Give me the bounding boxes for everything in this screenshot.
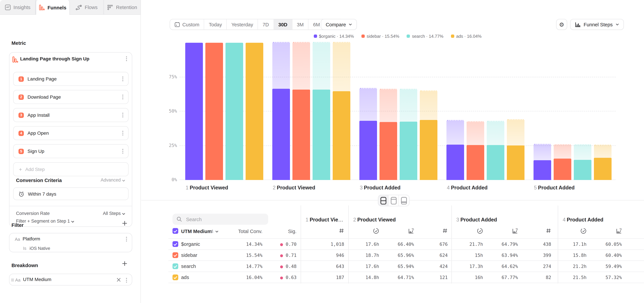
bar-group-5: 5Product Added: [534, 43, 612, 180]
tab-flows[interactable]: Flows: [70, 0, 104, 14]
funnel-kebab-icon[interactable]: [124, 56, 128, 62]
table-view-toggle[interactable]: [399, 195, 409, 206]
settings-button[interactable]: ⚙: [556, 19, 567, 30]
range-label: 6M: [313, 22, 320, 27]
bar-ads-step1[interactable]: [246, 43, 263, 180]
all-steps-dropdown[interactable]: All Steps: [103, 211, 125, 216]
range-label: 30D: [278, 22, 288, 27]
compare-button[interactable]: Compare: [321, 19, 357, 30]
bar-ads-step5[interactable]: [594, 144, 612, 180]
legend-item-sidebar[interactable]: sidebar · 15.54%: [362, 34, 399, 38]
chart-view-toggle[interactable]: [388, 195, 399, 206]
funnel-step-5[interactable]: 5Sign Up: [13, 144, 128, 158]
legend-label: $organic · 14.34%: [319, 34, 354, 38]
bar-search-step4[interactable]: [487, 121, 504, 180]
chevron-down-icon[interactable]: [215, 230, 218, 232]
tab-retention[interactable]: Retention: [104, 0, 140, 14]
row-checkbox-search[interactable]: [172, 264, 178, 269]
filter-value[interactable]: iOS Native: [30, 246, 50, 251]
funnel-steps-dropdown[interactable]: Funnel Steps: [570, 19, 624, 30]
bar-organic-step4[interactable]: [446, 120, 464, 180]
bar-search-step1[interactable]: [226, 43, 243, 180]
legend-swatch: [407, 34, 410, 38]
chevron-down-icon: [122, 179, 125, 181]
x-axis-label: 1Product Viewed: [186, 185, 228, 190]
step-kebab-icon[interactable]: [121, 148, 125, 154]
tab-insights[interactable]: Insights: [0, 0, 36, 14]
step-kebab-icon[interactable]: [121, 112, 125, 118]
retention-icon: [107, 4, 113, 10]
filter-segment-dropdown[interactable]: Filter + Segment on Step 1: [16, 218, 74, 224]
funnel-step-2[interactable]: 2Download Page: [13, 90, 128, 104]
row-checkbox-sidebar[interactable]: [172, 252, 178, 258]
bar-organic-step3[interactable]: [360, 88, 377, 180]
row-checkbox-ads[interactable]: [172, 274, 178, 280]
plus-icon: +: [19, 166, 22, 172]
conv-icon: %: [616, 228, 622, 234]
funnel-step-1[interactable]: 1Landing Page: [13, 72, 128, 86]
bar-sidebar-step2[interactable]: [292, 42, 310, 180]
split-view-toggle[interactable]: [378, 195, 388, 206]
add-step-button[interactable]: + Add Step: [13, 162, 128, 176]
metric-value: 121: [440, 275, 448, 280]
metric-value: 18.7h: [366, 253, 379, 258]
bar-organic-step5[interactable]: [534, 144, 551, 180]
tab-bar: InsightsFunnelsFlowsRetention: [0, 0, 141, 15]
tab-funnels[interactable]: Funnels: [36, 0, 70, 15]
bar-organic-step1[interactable]: [185, 43, 203, 180]
row-divider: [168, 282, 644, 283]
metric-value: 82: [546, 275, 551, 280]
metric-value: 624: [440, 253, 448, 258]
bar-sidebar-step1[interactable]: [206, 43, 223, 180]
row-divider: [168, 238, 644, 238]
step-kebab-icon[interactable]: [121, 76, 125, 82]
bar-organic-step2[interactable]: [272, 42, 290, 180]
range-yesterday[interactable]: Yesterday: [227, 19, 258, 30]
legend-item-organic[interactable]: $organic · 14.34%: [314, 34, 354, 38]
range-30d[interactable]: 30D: [274, 19, 292, 30]
bar-ads-step4[interactable]: [507, 119, 524, 180]
tab-label: Retention: [116, 4, 137, 10]
step-label: Landing Page: [28, 76, 57, 81]
table-search[interactable]: [172, 214, 268, 225]
bar-ads-step2[interactable]: [333, 42, 350, 180]
funnel-step-3[interactable]: 3App Install: [13, 108, 128, 122]
select-all-checkbox[interactable]: [172, 228, 178, 234]
legend-label: search · 14.77%: [412, 34, 444, 38]
filter-kebab-icon[interactable]: [124, 236, 128, 242]
drag-handle-icon[interactable]: [11, 278, 14, 281]
row-label: $organic: [181, 241, 200, 247]
close-icon[interactable]: [117, 278, 121, 282]
range-7d[interactable]: 7D: [258, 19, 274, 30]
range-3m[interactable]: 3M: [292, 19, 308, 30]
advanced-dropdown[interactable]: Advanced: [100, 178, 125, 182]
filter-operator[interactable]: Is: [23, 246, 26, 251]
breakdown-kebab-icon[interactable]: [124, 277, 128, 283]
conversion-window-field[interactable]: Within 7 days: [13, 188, 128, 200]
bar-sidebar-step3[interactable]: [380, 88, 397, 180]
legend-item-search[interactable]: search · 14.77%: [407, 34, 444, 38]
funnel-metric-icon: [12, 56, 18, 63]
bar-sidebar-step4[interactable]: [466, 121, 484, 180]
add-filter-button[interactable]: [122, 220, 127, 226]
search-input[interactable]: [185, 216, 256, 222]
range-today[interactable]: Today: [204, 19, 227, 30]
row-divider: [168, 260, 644, 260]
row-checkbox-organic[interactable]: [172, 241, 178, 247]
filter-card[interactable]: Aa Platform Is iOS Native: [9, 233, 132, 252]
breakdown-card[interactable]: Aa UTM Medium: [9, 274, 132, 286]
bar-search-step2[interactable]: [312, 42, 330, 180]
funnel-step-4[interactable]: 4App Open: [13, 126, 128, 140]
bar-sidebar-step5[interactable]: [554, 144, 571, 180]
step-kebab-icon[interactable]: [121, 130, 125, 136]
bar-search-step3[interactable]: [400, 88, 417, 180]
add-breakdown-button[interactable]: [122, 261, 127, 266]
bar-search-step5[interactable]: [574, 144, 591, 180]
svg-text:%: %: [516, 228, 518, 230]
metric-value: 17.3h: [470, 264, 483, 269]
legend-item-ads[interactable]: ads · 16.04%: [451, 34, 482, 38]
step-kebab-icon[interactable]: [121, 94, 125, 100]
range-custom[interactable]: Custom: [170, 19, 204, 30]
conversion-window-label: Within 7 days: [28, 191, 56, 196]
bar-ads-step3[interactable]: [420, 90, 438, 180]
